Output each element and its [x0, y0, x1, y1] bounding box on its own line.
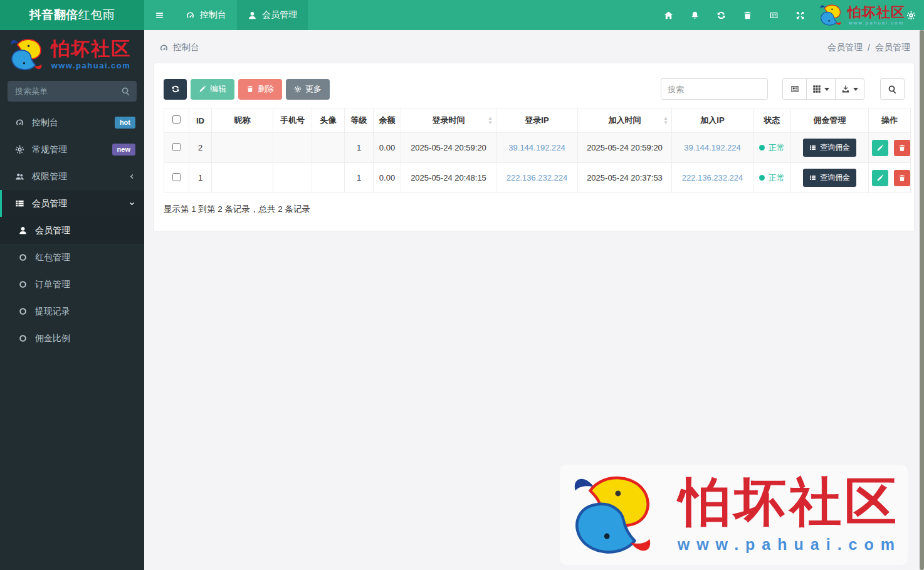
- col-login-time-label: 登录时间: [433, 115, 465, 125]
- cell-nickname: [212, 163, 273, 193]
- join-ip-link[interactable]: 39.144.192.224: [684, 143, 740, 152]
- profile-button[interactable]: [760, 0, 787, 30]
- trash-icon: [898, 144, 906, 152]
- sidebar-item-general[interactable]: 常规管理 new: [0, 136, 144, 163]
- col-nickname: 昵称: [212, 108, 273, 133]
- app-title-bold: 抖音翻倍: [29, 7, 78, 23]
- refresh-icon: [171, 85, 180, 93]
- row-checkbox[interactable]: [172, 143, 181, 151]
- user-icon: [18, 226, 28, 235]
- sidebar-subitem-commission-rate[interactable]: 佣金比例: [0, 325, 144, 352]
- watermark-url: www.pahuai.com: [678, 536, 901, 554]
- notifications-button[interactable]: [681, 0, 708, 30]
- home-icon: [664, 11, 673, 20]
- row-delete-button[interactable]: [894, 170, 910, 186]
- row-select-cell: [164, 163, 189, 193]
- cell-nickname: [212, 133, 273, 163]
- query-commission-button[interactable]: 查询佣金: [803, 169, 856, 187]
- sidebar-menu: 控制台 hot 常规管理 new 权限管理 会员管理 会员管理: [0, 109, 144, 352]
- export-button[interactable]: [835, 78, 864, 100]
- cell-balance: 0.00: [374, 133, 401, 163]
- breadcrumb-parent[interactable]: 会员管理: [827, 42, 863, 53]
- sidebar-subitem-label: 提现记录: [35, 306, 70, 317]
- cell-phone: [273, 163, 312, 193]
- sidebar-item-dashboard[interactable]: 控制台 hot: [0, 109, 144, 136]
- status-badge: 正常: [759, 142, 785, 154]
- cell-login-time: 2025-05-24 20:48:15: [401, 163, 496, 193]
- search-icon: [121, 87, 130, 96]
- menu-search-input[interactable]: [8, 81, 137, 102]
- columns-button[interactable]: [806, 78, 836, 100]
- query-commission-button[interactable]: 查询佣金: [803, 139, 856, 157]
- sidebar-subitem-orders[interactable]: 订单管理: [0, 271, 144, 298]
- breadcrumb-label: 控制台: [173, 42, 199, 53]
- breadcrumb-separator: /: [868, 43, 870, 53]
- join-ip-link[interactable]: 222.136.232.224: [682, 173, 743, 182]
- sidebar-subitem-redpacket[interactable]: 红包管理: [0, 244, 144, 271]
- table-search-input[interactable]: [661, 78, 768, 100]
- vertical-scrollbar[interactable]: [920, 30, 924, 570]
- topbar-site-logo: 怕坏社区 www.pahuai.com: [813, 3, 906, 28]
- cell-join-ip: 222.136.232.224: [672, 163, 753, 193]
- cell-status: 正常: [753, 163, 791, 193]
- row-checkbox[interactable]: [172, 173, 181, 181]
- tab-members[interactable]: 会员管理: [237, 0, 308, 30]
- list-icon: [809, 174, 816, 181]
- sidebar-item-label: 控制台: [32, 117, 58, 129]
- sort-icon[interactable]: ▲▼: [663, 116, 668, 125]
- trash-icon: [246, 85, 254, 93]
- home-button[interactable]: [655, 0, 681, 30]
- search-button[interactable]: [880, 78, 905, 100]
- query-commission-label: 查询佣金: [820, 172, 850, 183]
- col-join-time[interactable]: 加入时间▲▼: [578, 108, 672, 133]
- sidebar-item-members[interactable]: 会员管理: [0, 190, 144, 217]
- status-label: 正常: [769, 172, 785, 184]
- edit-button[interactable]: 编辑: [191, 79, 234, 100]
- toolbar-right: [661, 78, 905, 100]
- users-icon: [15, 172, 24, 181]
- cell-level: 1: [345, 163, 374, 193]
- list-icon: [809, 144, 816, 151]
- cell-login-time: 2025-05-24 20:59:20: [401, 133, 496, 163]
- more-button[interactable]: 更多: [286, 79, 330, 100]
- settings-button[interactable]: [906, 0, 924, 30]
- members-table-card: 编辑 删除 更多: [154, 63, 915, 232]
- tab-dashboard[interactable]: 控制台: [175, 0, 237, 30]
- site-logo-url: www.pahuai.com: [849, 21, 904, 26]
- row-edit-button[interactable]: [872, 170, 888, 186]
- table-row: 2 1 0.00 2025-05-24 20:59:20 39.144.192.…: [164, 133, 911, 163]
- sidebar-item-label: 常规管理: [32, 144, 67, 156]
- row-edit-button[interactable]: [872, 140, 888, 156]
- login-ip-link[interactable]: 39.144.192.224: [508, 143, 565, 152]
- col-login-time[interactable]: 登录时间▲▼: [401, 108, 496, 133]
- detail-view-button[interactable]: [782, 78, 807, 100]
- trash-icon: [743, 11, 752, 20]
- hamburger-icon: [155, 11, 164, 20]
- app-title-normal: 红包雨: [78, 7, 115, 23]
- refresh-icon: [717, 11, 726, 20]
- sidebar-toggle-button[interactable]: [144, 0, 175, 30]
- sidebar-item-permissions[interactable]: 权限管理: [0, 163, 144, 190]
- tab-dashboard-label: 控制台: [200, 9, 226, 21]
- sort-icon[interactable]: ▲▼: [488, 116, 493, 125]
- cell-avatar: [312, 133, 345, 163]
- chevron-down-icon: [129, 200, 135, 207]
- circle-icon: [18, 280, 28, 289]
- clear-cache-button[interactable]: [734, 0, 760, 30]
- refresh-button[interactable]: [164, 79, 187, 100]
- refresh-page-button[interactable]: [708, 0, 734, 30]
- row-delete-button[interactable]: [894, 140, 910, 156]
- col-level: 等级: [345, 108, 374, 133]
- select-all-checkbox[interactable]: [172, 115, 181, 124]
- pencil-icon: [199, 85, 206, 93]
- status-label: 正常: [769, 142, 785, 154]
- fullscreen-button[interactable]: [787, 0, 813, 30]
- sidebar-subitem-withdrawals[interactable]: 提现记录: [0, 298, 144, 325]
- sidebar-subitem-members[interactable]: 会员管理: [0, 217, 144, 244]
- status-dot-icon: [759, 175, 765, 181]
- status-dot-icon: [759, 145, 765, 150]
- gears-icon: [15, 145, 24, 154]
- login-ip-link[interactable]: 222.136.232.224: [507, 173, 568, 182]
- delete-button[interactable]: 删除: [238, 79, 282, 100]
- scrollbar-thumb[interactable]: [920, 30, 924, 570]
